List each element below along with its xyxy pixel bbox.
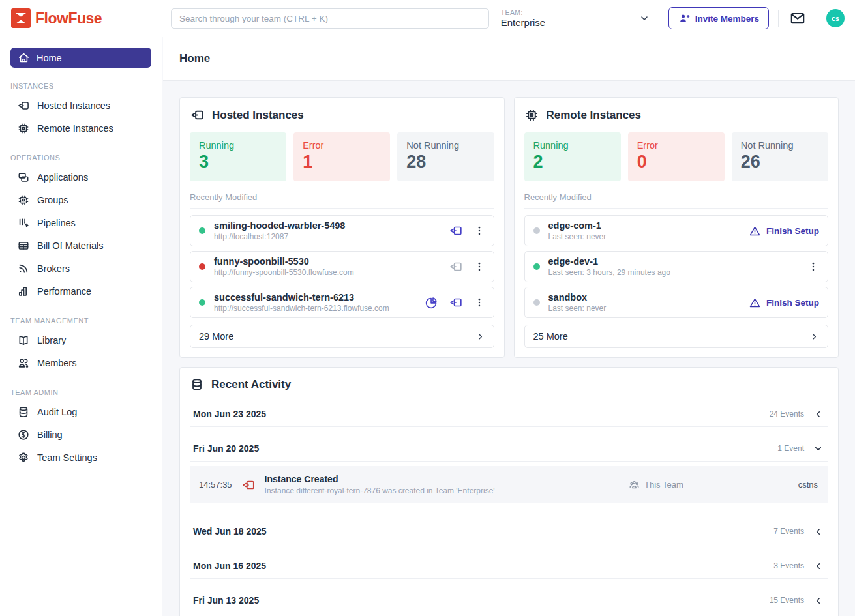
status-dot-error (199, 263, 205, 270)
sidebar-item-team-settings[interactable]: Team Settings (10, 446, 151, 469)
hosted-instance-row[interactable]: smiling-hooded-warbler-5498 http://local… (190, 215, 494, 246)
activity-group-header[interactable]: Fri Jun 20 2025 1 Event (190, 436, 828, 462)
sidebar-item-label: Members (37, 358, 76, 368)
applications-icon (17, 171, 30, 184)
open-editor-icon[interactable] (449, 224, 463, 238)
activity-event-count: 7 Events (773, 527, 804, 536)
stat-value: 28 (406, 152, 485, 172)
team-selector[interactable]: TEAM: Enterprise (501, 8, 650, 28)
device-name: edge-dev-1 (548, 256, 670, 267)
stat-label: Running (199, 140, 277, 151)
sidebar-item-applications[interactable]: Applications (10, 166, 151, 188)
chevron-down-icon[interactable] (813, 444, 823, 454)
activity-group-header[interactable]: Wed Jun 18 2025 7 Events (190, 519, 828, 544)
activity-date: Fri Jun 13 2025 (193, 595, 259, 606)
activity-group-header[interactable]: Mon Jun 16 2025 3 Events (190, 553, 828, 579)
event-description: Instance different-royal-tern-7876 was c… (265, 486, 629, 495)
header-divider (659, 10, 659, 27)
hosted-more-link[interactable]: 29 More (190, 325, 494, 348)
sidebar-item-audit-log[interactable]: Audit Log (10, 400, 151, 423)
stat-label: Running (533, 140, 612, 151)
sidebar-item-brokers[interactable]: Brokers (10, 257, 151, 280)
card-title: Hosted Instances (212, 109, 304, 122)
pipelines-icon (17, 216, 30, 229)
status-dot-never (533, 227, 540, 234)
notifications-mail-icon[interactable] (788, 8, 807, 28)
instance-name: successful-sandwich-tern-6213 (214, 292, 389, 302)
search-input[interactable] (171, 8, 489, 29)
library-icon (17, 334, 30, 347)
sidebar-item-performance[interactable]: Performance (10, 280, 151, 302)
sidebar-item-bill-of-materials[interactable]: Bill Of Materials (10, 234, 151, 257)
finish-setup-button[interactable]: Finish Setup (749, 225, 819, 237)
instance-url: http://successful-sandwich-tern-6213.flo… (214, 304, 389, 313)
chevron-left-icon[interactable] (813, 409, 823, 419)
kebab-menu-icon[interactable] (473, 225, 485, 237)
open-editor-icon[interactable] (449, 295, 463, 310)
chevron-left-icon[interactable] (813, 561, 823, 571)
hosted-error-stat[interactable]: Error 1 (293, 132, 390, 181)
team-users-icon (629, 479, 640, 490)
open-editor-icon[interactable] (449, 259, 463, 274)
sidebar-item-home[interactable]: Home (10, 48, 151, 68)
hosted-instances-icon (190, 108, 205, 123)
sidebar-item-label: Team Settings (37, 452, 97, 463)
sidebar-item-pipelines[interactable]: Pipelines (10, 211, 151, 234)
remote-instances-icon (524, 108, 539, 123)
dashboard-pie-icon[interactable] (425, 296, 438, 310)
stat-label: Not Running (406, 140, 485, 151)
sidebar-item-hosted-instances[interactable]: Hosted Instances (10, 94, 151, 117)
user-avatar[interactable]: cs (826, 9, 845, 27)
remote-error-stat[interactable]: Error 0 (628, 132, 725, 181)
flowfuse-logo[interactable]: FlowFuse (0, 8, 162, 28)
chevron-right-icon (475, 332, 485, 342)
page-title-bar: Home (163, 37, 855, 81)
sidebar-item-groups[interactable]: Groups (10, 188, 151, 211)
kebab-menu-icon[interactable] (473, 297, 485, 308)
event-scope-label: This Team (644, 480, 683, 490)
instance-name: funny-spoonbill-5530 (214, 256, 354, 267)
hosted-instances-icon (17, 99, 30, 112)
activity-group-header[interactable]: Mon Jun 23 2025 24 Events (190, 402, 828, 427)
kebab-menu-icon[interactable] (807, 261, 819, 272)
remote-instance-row[interactable]: edge-com-1 Last seen: never Finish Setup (524, 215, 829, 246)
finish-setup-button[interactable]: Finish Setup (749, 297, 819, 309)
remote-instance-row[interactable]: sandbox Last seen: never Finish Setup (524, 287, 829, 318)
top-bar: FlowFuse TEAM: Enterprise Invite Members… (0, 0, 855, 37)
activity-date: Wed Jun 18 2025 (193, 526, 267, 536)
instance-name: smiling-hooded-warbler-5498 (214, 220, 345, 231)
hosted-instance-row[interactable]: successful-sandwich-tern-6213 http://suc… (190, 287, 494, 318)
hosted-running-stat[interactable]: Running 3 (190, 132, 286, 181)
invite-members-button[interactable]: Invite Members (668, 7, 769, 29)
groups-icon (17, 194, 30, 207)
main-content: Home Hosted Instances Running 3 (163, 37, 855, 616)
remote-running-stat[interactable]: Running 2 (524, 132, 621, 181)
instance-created-icon (241, 478, 256, 492)
sidebar-item-label: Library (37, 335, 66, 345)
chevron-left-icon[interactable] (813, 527, 823, 536)
device-last-seen: Last seen: 3 hours, 29 minutes ago (548, 268, 670, 277)
event-time: 14:57:35 (199, 480, 232, 490)
activity-event-row[interactable]: 14:57:35 Instance Created Instance diffe… (190, 466, 828, 503)
event-title: Instance Created (265, 474, 629, 484)
sidebar-item-library[interactable]: Library (10, 329, 151, 351)
sidebar-item-members[interactable]: Members (10, 351, 151, 374)
sidebar-section-instances: INSTANCES (10, 82, 151, 90)
instance-url: http://funny-spoonbill-5530.flowfuse.com (214, 268, 354, 277)
hosted-not-running-stat[interactable]: Not Running 28 (397, 132, 494, 181)
bill-of-materials-icon (17, 239, 30, 252)
activity-group-header[interactable]: Fri Jun 13 2025 15 Events (190, 588, 828, 613)
remote-not-running-stat[interactable]: Not Running 26 (732, 132, 828, 181)
sidebar-item-billing[interactable]: Billing (10, 423, 151, 446)
kebab-menu-icon[interactable] (473, 261, 485, 272)
more-label: 29 More (199, 331, 233, 342)
team-name: Enterprise (501, 17, 545, 28)
remote-instance-row[interactable]: edge-dev-1 Last seen: 3 hours, 29 minute… (524, 251, 829, 282)
hosted-instance-row[interactable]: funny-spoonbill-5530 http://funny-spoonb… (190, 251, 494, 282)
remote-more-link[interactable]: 25 More (524, 325, 829, 348)
chevron-left-icon[interactable] (813, 596, 823, 606)
sidebar-item-remote-instances[interactable]: Remote Instances (10, 117, 151, 139)
hosted-instances-card: Hosted Instances Running 3 Error 1 Not R… (179, 97, 505, 358)
status-dot-never (533, 299, 540, 306)
invite-members-label: Invite Members (695, 14, 759, 23)
